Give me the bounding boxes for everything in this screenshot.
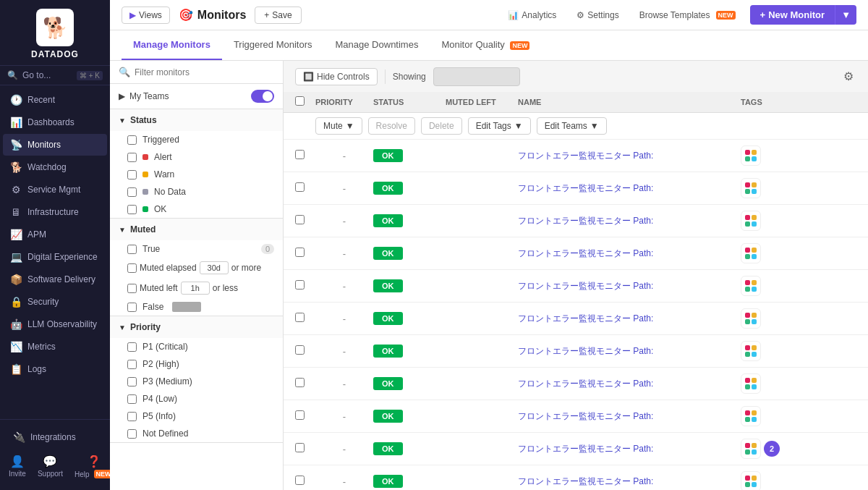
tab-manage-downtimes[interactable]: Manage Downtimes — [324, 30, 430, 60]
sidebar-item-logs[interactable]: 📋 Logs — [3, 358, 107, 380]
row-name[interactable]: フロントエラー監視モニター Path: — [518, 313, 741, 325]
row-name[interactable]: フロントエラー監視モニター Path: — [518, 410, 741, 423]
filter-item-p1[interactable]: P1 (Critical) — [110, 338, 283, 355]
p3-checkbox[interactable] — [127, 377, 137, 386]
new-monitor-main[interactable]: + New Monitor — [750, 5, 835, 25]
row-checkbox[interactable] — [295, 215, 305, 224]
row-name[interactable]: フロントエラー監視モニター Path: — [518, 182, 741, 195]
triggered-checkbox[interactable] — [127, 135, 137, 145]
muted-true-checkbox[interactable] — [127, 245, 137, 254]
muted-false-checkbox[interactable] — [127, 303, 137, 312]
help-button[interactable]: ❓ Help NEW — [69, 452, 110, 481]
sidebar-item-software-delivery[interactable]: 📦 Software Delivery — [3, 269, 107, 290]
sidebar-item-infrastructure[interactable]: 🖥 Infrastructure — [3, 201, 107, 223]
row-checkbox[interactable] — [295, 410, 305, 420]
list-area: 🔲 Hide Controls Showing ⚙ PRIORITY STATU… — [284, 61, 868, 490]
edit-tags-button[interactable]: Edit Tags ▼ — [468, 117, 531, 135]
row-name[interactable]: フロントエラー監視モニター Path: — [518, 280, 741, 292]
p2-checkbox[interactable] — [127, 360, 137, 369]
edit-teams-button[interactable]: Edit Teams ▼ — [537, 117, 607, 135]
ok-checkbox[interactable] — [127, 205, 137, 214]
row-name[interactable]: フロントエラー監視モニター Path: — [518, 248, 741, 260]
p4-checkbox[interactable] — [127, 394, 137, 404]
muted-elapsed-input[interactable] — [200, 261, 229, 274]
monitor-quality-badge: NEW — [510, 41, 529, 50]
browse-templates-link[interactable]: Browse Templates NEW — [634, 7, 741, 23]
muted-elapsed-checkbox[interactable] — [127, 263, 137, 273]
row-checkbox[interactable] — [295, 150, 305, 159]
tab-triggered-monitors[interactable]: Triggered Monitors — [222, 30, 324, 60]
settings-link[interactable]: ⚙ Settings — [571, 7, 624, 23]
my-teams-toggle[interactable] — [251, 90, 274, 103]
sidebar-item-monitors[interactable]: 📡 Monitors — [3, 134, 107, 156]
resolve-button[interactable]: Resolve — [368, 117, 415, 135]
sidebar-item-metrics[interactable]: 📉 Metrics — [3, 336, 107, 358]
row-checkbox[interactable] — [295, 313, 305, 322]
p5-checkbox[interactable] — [127, 412, 137, 421]
sidebar-item-llm[interactable]: 🤖 LLM Observability — [3, 313, 107, 335]
row-checkbox[interactable] — [295, 182, 305, 192]
row-checkbox[interactable] — [295, 443, 305, 452]
filter-item-not-defined[interactable]: Not Defined — [110, 425, 283, 442]
sidebar-item-label: LLM Observability — [27, 319, 97, 329]
filter-item-p3[interactable]: P3 (Medium) — [110, 373, 283, 390]
hide-controls-button[interactable]: 🔲 Hide Controls — [295, 68, 378, 85]
filter-item-no-data[interactable]: No Data — [110, 183, 283, 200]
filter-item-triggered[interactable]: Triggered — [110, 131, 283, 148]
no-data-checkbox[interactable] — [127, 187, 137, 197]
row-name[interactable]: フロントエラー監視モニター Path: — [518, 476, 741, 488]
support-button[interactable]: 💬 Support — [32, 452, 69, 481]
filter-item-p2[interactable]: P2 (High) — [110, 355, 283, 373]
warn-checkbox[interactable] — [127, 170, 137, 179]
status-section-header[interactable]: ▼ Status — [110, 109, 283, 131]
mute-button[interactable]: Mute ▼ — [315, 117, 362, 135]
row-name[interactable]: フロントエラー監視モニター Path: — [518, 215, 741, 227]
row-name[interactable]: フロントエラー監視モニター Path: — [518, 345, 741, 358]
delete-button[interactable]: Delete — [421, 117, 462, 135]
row-name[interactable]: フロントエラー監視モニター Path: — [518, 378, 741, 390]
not-defined-checkbox[interactable] — [127, 429, 137, 439]
muted-left-checkbox[interactable] — [127, 284, 137, 293]
showing-input[interactable] — [433, 67, 520, 86]
sidebar-item-recent[interactable]: 🕐 Recent — [3, 89, 107, 111]
sidebar-item-dashboards[interactable]: 📊 Dashboards — [3, 111, 107, 133]
sidebar-item-integrations[interactable]: 🔌 Integrations — [6, 426, 104, 448]
invite-button[interactable]: 👤 Invite — [3, 452, 32, 481]
row-name[interactable]: フロントエラー監視モニター Path: — [518, 150, 741, 162]
row-checkbox[interactable] — [295, 476, 305, 485]
filter-item-true[interactable]: True 0 — [110, 240, 283, 258]
sidebar-item-watchdog[interactable]: 🐕 Watchdog — [3, 156, 107, 178]
row-checkbox[interactable] — [295, 280, 305, 290]
row-checkbox-col — [295, 248, 315, 259]
new-monitor-button[interactable]: + New Monitor ▼ — [750, 5, 856, 25]
global-search[interactable]: 🔍 Go to... ⌘ + K — [0, 66, 110, 85]
views-button[interactable]: ▶ Views — [122, 7, 170, 24]
sidebar-item-apm[interactable]: 📈 APM — [3, 224, 107, 245]
select-all-checkbox[interactable] — [295, 96, 305, 106]
filter-item-alert[interactable]: Alert — [110, 148, 283, 166]
row-name[interactable]: フロントエラー監視モニター Path: — [518, 443, 741, 455]
filter-item-p5[interactable]: P5 (Info) — [110, 407, 283, 425]
alert-checkbox[interactable] — [127, 153, 137, 162]
muted-section-header[interactable]: ▼ Muted — [110, 219, 283, 240]
save-button[interactable]: + Save — [255, 7, 301, 24]
new-monitor-dropdown[interactable]: ▼ — [835, 5, 856, 25]
row-checkbox[interactable] — [295, 378, 305, 387]
sidebar-item-security[interactable]: 🔒 Security — [3, 291, 107, 313]
row-checkbox[interactable] — [295, 345, 305, 355]
filter-item-p4[interactable]: P4 (Low) — [110, 390, 283, 407]
muted-left-input[interactable] — [181, 282, 210, 295]
analytics-link[interactable]: 📊 Analytics — [502, 7, 562, 23]
sidebar-item-digital-experience[interactable]: 💻 Digital Experience — [3, 246, 107, 268]
p1-checkbox[interactable] — [127, 342, 137, 352]
filter-item-false[interactable]: False — [110, 298, 283, 316]
sidebar-item-service-mgmt[interactable]: ⚙ Service Mgmt — [3, 179, 107, 200]
priority-section-header[interactable]: ▼ Priority — [110, 316, 283, 338]
row-checkbox[interactable] — [295, 248, 305, 257]
filter-item-warn[interactable]: Warn — [110, 166, 283, 183]
filter-item-ok[interactable]: OK — [110, 200, 283, 218]
tab-monitor-quality[interactable]: Monitor Quality NEW — [430, 30, 541, 60]
table-settings-icon[interactable]: ⚙ — [841, 67, 856, 86]
filter-search-input[interactable] — [135, 67, 274, 77]
tab-manage-monitors[interactable]: Manage Monitors — [122, 30, 222, 60]
